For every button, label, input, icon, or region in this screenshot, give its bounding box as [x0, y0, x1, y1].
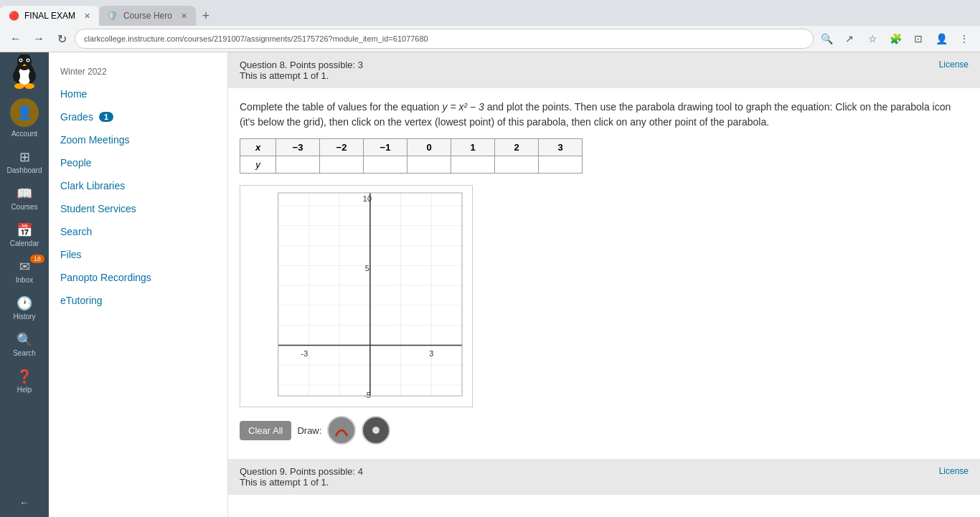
nav-rail-item-courses[interactable]: 📖 Courses — [0, 180, 49, 217]
sidebar-link-grades[interactable]: Grades 1 — [49, 105, 227, 128]
nav-rail-item-help[interactable]: ❓ Help — [0, 363, 49, 399]
bookmark-button[interactable]: ☆ — [862, 29, 882, 49]
question8-body: Complete the table of values for the equ… — [228, 88, 980, 456]
x-val-3: 3 — [539, 139, 583, 156]
question9-license[interactable]: License — [939, 466, 969, 476]
nav-rail-item-dashboard[interactable]: ⊞ Dashboard — [0, 143, 49, 180]
x-val-0: 0 — [407, 139, 451, 156]
back-button[interactable]: ← — [6, 29, 26, 49]
q8-equation: y = x² − 3 — [443, 101, 484, 113]
sidebar-link-home[interactable]: Home — [49, 82, 227, 105]
nav-rail-item-history[interactable]: 🕐 History — [0, 290, 49, 326]
question9-header: Question 9. Points possible: 4 This is a… — [228, 459, 980, 495]
x-val-2: 2 — [495, 139, 539, 156]
y-input-neg1[interactable] — [371, 159, 400, 170]
y-cell-1[interactable] — [451, 156, 495, 174]
dot-icon — [367, 422, 385, 439]
graph-container[interactable]: 10 5 -5 -3 3 — [240, 185, 473, 407]
y-cell-2[interactable] — [495, 156, 539, 174]
tab-final-exam[interactable]: 🔴 FINAL EXAM ✕ — [0, 6, 99, 26]
tab-close-2[interactable]: ✕ — [181, 11, 187, 21]
graph-svg: 10 5 -5 -3 3 — [240, 186, 472, 407]
calendar-label: Calendar — [10, 239, 39, 247]
help-label: Help — [17, 386, 32, 394]
nav-rail: 👤 Account ⊞ Dashboard 📖 Courses 📅 Calend… — [0, 52, 49, 517]
sidebar-link-student-services[interactable]: Student Services — [49, 197, 227, 220]
y-input-neg3[interactable] — [283, 159, 312, 170]
nav-rail-collapse[interactable]: ← — [0, 491, 49, 514]
browser-controls: ← → ↻ clarkcollege.instructure.com/cours… — [0, 26, 980, 52]
sidebar-link-files[interactable]: Files — [49, 243, 227, 266]
profile-button[interactable]: 👤 — [931, 29, 951, 49]
parabola-tool-button[interactable] — [327, 416, 356, 445]
sidebar-link-libraries[interactable]: Clark Libraries — [49, 174, 227, 197]
help-icon: ❓ — [17, 369, 32, 384]
search-icon: 🔍 — [17, 332, 32, 348]
y-cell-3[interactable] — [539, 156, 583, 174]
course-sidebar: Winter 2022 Home Grades 1 Zoom Meetings … — [49, 52, 228, 517]
y-cell-neg1[interactable] — [364, 156, 407, 174]
canvas-logo — [7, 55, 42, 90]
sidebar-link-etutoring[interactable]: eTutoring — [49, 289, 227, 312]
svg-point-6 — [27, 60, 29, 61]
y-input-2[interactable] — [502, 159, 531, 170]
y-cell-neg3[interactable] — [276, 156, 320, 174]
search-browser-button[interactable]: 🔍 — [816, 29, 837, 49]
svg-point-5 — [20, 60, 22, 61]
tab-title-1: FINAL EXAM — [24, 11, 75, 21]
address-bar[interactable]: clarkcollege.instructure.com/courses/219… — [75, 29, 814, 49]
sidebar-link-panopto[interactable]: Panopto Recordings — [49, 266, 227, 289]
sidebar-link-search[interactable]: Search — [49, 220, 227, 243]
svg-point-10 — [14, 83, 24, 89]
nav-rail-item-calendar[interactable]: 📅 Calendar — [0, 217, 49, 253]
y-input-1[interactable] — [458, 159, 487, 170]
question8-attempt: This is attempt 1 of 1. — [240, 70, 363, 81]
value-table: x −3 −2 −1 0 1 2 3 y — [240, 138, 583, 174]
svg-text:-5: -5 — [364, 391, 371, 399]
nav-rail-item-account[interactable]: 👤 Account — [0, 93, 49, 143]
sidebar-link-zoom[interactable]: Zoom Meetings — [49, 128, 227, 151]
url-text: clarkcollege.instructure.com/courses/219… — [84, 34, 428, 43]
history-label: History — [13, 313, 35, 321]
extensions-button[interactable]: 🧩 — [885, 29, 905, 49]
menu-button[interactable]: ⋮ — [954, 29, 974, 49]
clear-all-button[interactable]: Clear All — [240, 421, 291, 440]
question8-header-left: Question 8. Points possible: 3 This is a… — [240, 60, 363, 81]
app-layout: 👤 Account ⊞ Dashboard 📖 Courses 📅 Calend… — [0, 52, 980, 517]
inbox-label: Inbox — [16, 276, 33, 284]
svg-text:-3: -3 — [301, 349, 308, 358]
y-input-neg2[interactable] — [327, 159, 356, 170]
tab-course-hero[interactable]: 🛡️ Course Hero ✕ — [99, 6, 196, 26]
tab-title-2: Course Hero — [123, 11, 172, 21]
sidebar-link-people[interactable]: People — [49, 151, 227, 174]
main-content: Question 8. Points possible: 3 This is a… — [228, 52, 980, 517]
split-view-button[interactable]: ⊡ — [908, 29, 928, 49]
y-cell-0[interactable] — [407, 156, 451, 174]
question8-license[interactable]: License — [939, 60, 969, 70]
y-input-0[interactable] — [415, 159, 443, 170]
svg-point-11 — [24, 83, 34, 89]
parabola-icon — [333, 422, 350, 439]
y-input-3[interactable] — [546, 159, 575, 170]
svg-point-9 — [29, 70, 36, 82]
nav-rail-item-inbox-wrap: ✉ Inbox 18 — [0, 253, 49, 290]
share-button[interactable]: ↗ — [839, 29, 859, 49]
dashboard-icon: ⊞ — [19, 149, 30, 165]
sidebar-grades-label: Grades — [60, 111, 93, 123]
account-label: Account — [11, 130, 37, 138]
browser-chrome: 🔴 FINAL EXAM ✕ 🛡️ Course Hero ✕ + ← → ↻ … — [0, 0, 980, 52]
new-tab-button[interactable]: + — [196, 6, 216, 26]
nav-rail-item-search[interactable]: 🔍 Search — [0, 326, 49, 363]
courses-icon: 📖 — [17, 186, 32, 201]
x-val-neg2: −2 — [320, 139, 364, 156]
forward-button[interactable]: → — [29, 29, 49, 49]
svg-text:3: 3 — [429, 349, 433, 358]
sidebar-term: Winter 2022 — [49, 61, 227, 82]
y-cell-neg2[interactable] — [320, 156, 364, 174]
dot-tool-button[interactable] — [362, 416, 390, 445]
question9-attempt: This is attempt 1 of 1. — [240, 477, 363, 488]
tab-close-1[interactable]: ✕ — [84, 11, 90, 21]
reload-button[interactable]: ↻ — [52, 29, 72, 49]
x-val-neg1: −1 — [364, 139, 407, 156]
question8-text: Complete the table of values for the equ… — [240, 100, 969, 130]
